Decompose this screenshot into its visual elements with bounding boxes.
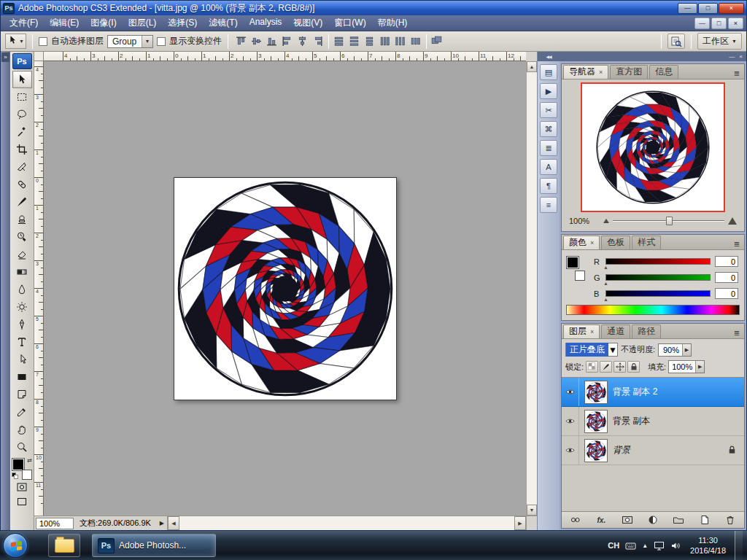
- distribute-vertical-centers-button[interactable]: [347, 34, 362, 49]
- layer-group-button[interactable]: [672, 514, 685, 526]
- auto-select-scope-dropdown[interactable]: Group ▼: [107, 35, 153, 48]
- foreground-color-swatch[interactable]: [12, 459, 24, 470]
- default-colors-icon[interactable]: [12, 472, 18, 479]
- channel-slider-thumb[interactable]: ▲: [603, 265, 608, 270]
- clone-source-panel-icon[interactable]: ⌘: [540, 121, 557, 137]
- taskbar-photoshop-button[interactable]: Ps Adobe Photosh...: [92, 534, 216, 557]
- menu-item-9[interactable]: 帮助(H): [372, 15, 414, 31]
- toolbox-expand-button[interactable]: »: [1, 52, 9, 62]
- channel-value-field[interactable]: 0: [715, 272, 738, 283]
- navigator-proxy-view[interactable]: [581, 82, 725, 212]
- volume-icon[interactable]: [670, 541, 681, 551]
- navigator-zoom-value[interactable]: 100%: [569, 217, 600, 225]
- foreground-color-swatch[interactable]: [567, 257, 578, 268]
- layers-tab-2[interactable]: 路径: [632, 324, 661, 338]
- dock-minimize-icon[interactable]: —: [729, 53, 735, 61]
- layers-panel-menu-icon[interactable]: ≣: [731, 327, 743, 338]
- menu-item-2[interactable]: 图像(I): [85, 15, 122, 31]
- link-layers-button[interactable]: [569, 514, 582, 526]
- layer-row[interactable]: 背景 副本: [562, 407, 744, 436]
- rectangle-tool[interactable]: [12, 368, 32, 386]
- scroll-left-button[interactable]: ◀: [168, 516, 179, 530]
- layer-visibility-toggle[interactable]: [562, 436, 579, 464]
- navigator-tab-close-icon[interactable]: ×: [599, 69, 603, 76]
- blur-tool[interactable]: [12, 281, 32, 298]
- layer-visibility-toggle[interactable]: [562, 407, 579, 435]
- show-transform-controls-checkbox[interactable]: [157, 37, 166, 46]
- lock-position-button[interactable]: [614, 361, 626, 373]
- distribute-right-edges-button[interactable]: [409, 34, 423, 49]
- slice-tool[interactable]: [12, 158, 32, 176]
- layer-thumbnail[interactable]: [584, 381, 608, 404]
- fill-field[interactable]: 100% ▶: [668, 360, 705, 373]
- navigator-tab-1[interactable]: 直方图: [610, 65, 648, 79]
- menu-item-8[interactable]: 窗口(W): [328, 15, 371, 31]
- histogram-panel-icon[interactable]: ▤: [540, 64, 557, 80]
- zoom-in-icon[interactable]: [728, 217, 737, 225]
- channel-slider[interactable]: ▲: [605, 258, 711, 265]
- align-right-edges-button[interactable]: [311, 34, 325, 49]
- menu-item-0[interactable]: 文件(F): [4, 15, 44, 31]
- zoom-slider-thumb[interactable]: [666, 217, 673, 225]
- lock-all-button[interactable]: [627, 361, 640, 373]
- close-button[interactable]: ×: [719, 3, 744, 14]
- color-tab-1[interactable]: 色板: [601, 236, 630, 249]
- layer-visibility-toggle[interactable]: [562, 378, 579, 406]
- navigator-panel-menu-icon[interactable]: ≣: [731, 68, 743, 79]
- layer-row[interactable]: 背景: [562, 436, 744, 465]
- hand-tool[interactable]: [12, 421, 32, 438]
- document-close-button[interactable]: ×: [728, 18, 743, 29]
- blend-mode-dropdown[interactable]: 正片叠底 ▼: [565, 343, 618, 357]
- move-tool[interactable]: [12, 71, 32, 88]
- menu-item-7[interactable]: 视图(V): [287, 15, 328, 31]
- path-selection-tool[interactable]: [12, 351, 32, 368]
- scroll-down-button[interactable]: ▼: [527, 505, 537, 516]
- channel-slider-thumb[interactable]: ▲: [603, 281, 608, 286]
- distribute-horizontal-centers-button[interactable]: [393, 34, 408, 49]
- layer-row[interactable]: 背景 副本 2: [562, 378, 744, 407]
- eraser-tool[interactable]: [12, 246, 32, 263]
- lock-image-button[interactable]: [600, 361, 612, 373]
- type-tool[interactable]: [12, 333, 32, 351]
- align-horizontal-centers-button[interactable]: [295, 34, 310, 49]
- zoom-level-field[interactable]: 100%: [36, 518, 74, 529]
- navigator-zoom-slider[interactable]: [613, 217, 724, 225]
- horizontal-scrollbar[interactable]: ◀ ▶: [167, 516, 526, 530]
- delete-layer-button[interactable]: [724, 514, 737, 526]
- layer-mask-button[interactable]: [621, 514, 634, 526]
- character-panel-icon[interactable]: A: [540, 159, 557, 175]
- rectangular-marquee-tool[interactable]: [12, 88, 32, 106]
- vertical-ruler[interactable]: 432101234567891011: [34, 61, 44, 516]
- align-left-edges-button[interactable]: [280, 34, 295, 49]
- menu-item-3[interactable]: 图层(L): [123, 15, 163, 31]
- canvas-area[interactable]: [44, 61, 526, 516]
- lock-transparency-button[interactable]: [586, 361, 598, 373]
- layers-tab-0[interactable]: 图层×: [563, 324, 600, 338]
- layers-tab-close-icon[interactable]: ×: [590, 328, 594, 335]
- menu-item-6[interactable]: Analysis: [244, 15, 288, 31]
- maximize-button[interactable]: □: [698, 3, 718, 14]
- lasso-tool[interactable]: [12, 106, 32, 123]
- document-minimize-button[interactable]: —: [694, 18, 710, 29]
- vertical-scrollbar[interactable]: ▲ ▼: [526, 61, 537, 516]
- screen-mode-button[interactable]: [13, 494, 31, 509]
- align-vertical-centers-button[interactable]: [249, 34, 264, 49]
- taskbar-explorer-button[interactable]: [48, 534, 80, 557]
- dock-close-icon[interactable]: ×: [739, 53, 743, 61]
- layer-comps-panel-icon[interactable]: ≣: [540, 140, 557, 156]
- ruler-origin-corner[interactable]: [34, 52, 44, 61]
- document-canvas[interactable]: [174, 177, 397, 400]
- foreground-background-colors[interactable]: ⇄: [12, 458, 32, 480]
- dock-collapse-button[interactable]: ◀◀: [538, 52, 560, 61]
- start-button[interactable]: [3, 533, 28, 558]
- styles-panel-icon[interactable]: ≡: [540, 197, 557, 213]
- zoom-out-icon[interactable]: [603, 219, 609, 223]
- opacity-field[interactable]: 90% ▶: [658, 343, 692, 357]
- keyboard-icon[interactable]: [625, 542, 636, 550]
- color-tab-2[interactable]: 样式: [632, 236, 661, 249]
- spot-healing-brush-tool[interactable]: [12, 176, 32, 193]
- taskbar-clock[interactable]: 11:30 2016/4/18: [687, 535, 729, 556]
- paragraph-panel-icon[interactable]: ¶: [540, 178, 557, 194]
- align-top-edges-button[interactable]: [234, 34, 249, 49]
- horizontal-ruler[interactable]: 43210123456789101112: [44, 52, 526, 61]
